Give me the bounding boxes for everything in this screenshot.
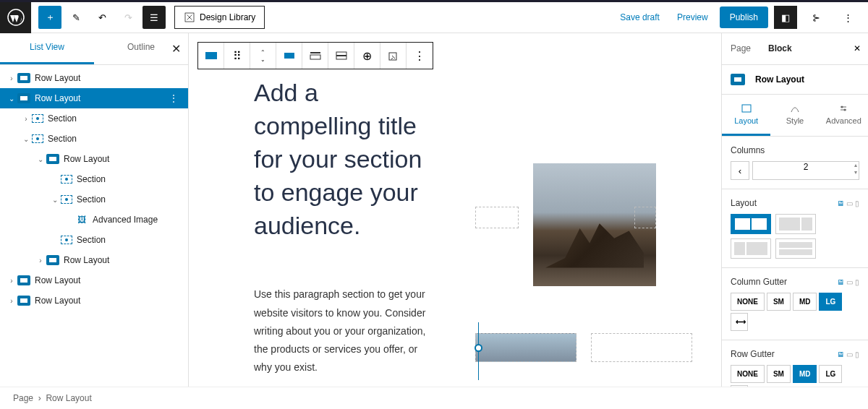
bt-valign-top[interactable] [302,43,328,69]
close-icon[interactable]: ✕ [171,42,181,56]
layout-label: Layout [731,198,757,208]
more-options-icon[interactable]: ⋮ [836,6,859,29]
gutter-sm[interactable]: SM [767,293,791,311]
columns-input[interactable]: 2 [752,161,859,180]
block-tree: ›Row Layout⌄Row Layout⋮›Section⌄Section⌄… [0,65,188,314]
gutter-custom[interactable]: ⟷ [731,313,748,331]
svg-point-11 [844,109,846,111]
bt-align-full[interactable] [276,43,302,69]
tree-item-sec[interactable]: Section [0,230,188,250]
tab-page[interactable]: Page [722,33,760,64]
gutter-md[interactable]: MD [793,293,817,311]
bt-move-icon[interactable]: ⌃⌄ [250,43,276,69]
tablet-icon[interactable]: ▭ [846,278,853,286]
subtab-style[interactable]: Style [770,95,819,136]
row-icon [17,73,30,83]
topbar: ＋ ✎ ↶ ↷ ☰ Design Library Save draft Prev… [0,2,868,33]
bt-copy-icon[interactable] [380,43,407,69]
row-icon [17,93,30,103]
tree-item-sec[interactable]: ⌄Section [0,129,188,149]
tab-block[interactable]: Block [760,33,801,64]
row-icon [46,255,59,265]
bt-valign-mid[interactable] [328,43,354,69]
mobile-icon[interactable]: ▯ [855,278,859,286]
tree-item-sec[interactable]: Section [0,169,188,189]
layout-opt-stacked[interactable] [775,238,816,259]
row-layout-icon [731,74,745,85]
desktop-icon[interactable]: 🖥 [837,278,844,286]
library-icon [184,12,195,23]
publish-button[interactable]: Publish [720,7,768,28]
svg-point-10 [841,106,843,108]
column-gutter-label: Column Gutter [731,277,787,287]
item-options-icon[interactable]: ⋮ [165,93,182,103]
mobile-icon[interactable]: ▯ [855,350,859,358]
gutter-lg[interactable]: LG [819,365,842,383]
bt-add-col[interactable]: ⊕ [354,43,380,69]
column-resizer-handle[interactable] [475,344,482,352]
sidebar-toggle[interactable]: ◧ [774,6,797,29]
list-view-toggle[interactable]: ☰ [142,6,166,29]
tree-item-sec[interactable]: ⌄Section [0,189,188,210]
editor-canvas[interactable]: ⠿ ⌃⌄ ⊕ ⋮ Add a compelling title for your… [189,33,721,402]
close-icon[interactable]: ✕ [854,43,861,53]
gutter-sm[interactable]: SM [767,365,791,383]
gutter-lg[interactable]: LG [819,293,842,311]
tree-item-sec[interactable]: ›Section [0,108,188,129]
save-draft-link[interactable]: Save draft [614,8,665,27]
columns-label: Columns [731,145,859,155]
layout-opt-equal[interactable] [731,214,771,234]
tree-item-row[interactable]: ›Row Layout [0,270,188,290]
tablet-icon[interactable]: ▭ [846,199,853,207]
preview-link[interactable]: Preview [671,8,714,27]
bt-more-icon[interactable]: ⋮ [407,43,433,69]
tree-item-row[interactable]: ⌄Row Layout⋮ [0,88,188,108]
bt-row-icon[interactable] [198,43,224,69]
image-placeholder[interactable] [634,207,656,228]
kadence-icon[interactable]: ⊱ [804,6,827,29]
block-settings-panel: Page Block ✕ Row Layout Layout Style Adv… [721,33,868,402]
sec-icon [32,134,43,143]
list-view-panel: List View Outline ✕ ›Row Layout⌄Row Layo… [0,33,189,402]
layout-opt-left-wide[interactable] [775,214,816,234]
add-block-button[interactable]: ＋ [38,6,61,29]
block-name-header: Row Layout [722,65,868,95]
redo-button[interactable]: ↷ [116,6,140,29]
tab-list-view[interactable]: List View [0,33,94,64]
desktop-icon[interactable]: 🖥 [837,199,844,207]
sec-icon [32,114,43,123]
tree-item-row[interactable]: ›Row Layout [0,68,188,88]
sec-icon [61,236,72,244]
subtab-layout[interactable]: Layout [722,95,770,136]
mobile-icon[interactable]: ▯ [855,199,859,207]
undo-button[interactable]: ↶ [90,6,114,29]
tree-item-row[interactable]: ›Row Layout [0,250,188,270]
row-icon [17,296,30,306]
tablet-icon[interactable]: ▭ [846,350,853,358]
wordpress-logo[interactable] [0,2,31,33]
gutter-none[interactable]: NONE [731,365,765,383]
section-title[interactable]: Add a compelling title for your section … [254,77,432,242]
columns-prev[interactable]: ‹ [731,161,749,180]
layout-opt-right-wide[interactable] [731,238,771,259]
design-library-label: Design Library [200,12,255,22]
svg-rect-5 [310,55,320,59]
tree-item-img[interactable]: 🖼Advanced Image [0,210,188,230]
desktop-icon[interactable]: 🖥 [837,350,844,358]
section-paragraph[interactable]: Use this paragraph section to get your w… [254,285,432,376]
edit-icon[interactable]: ✎ [64,6,88,29]
image-placeholder[interactable] [475,207,519,228]
breadcrumb[interactable]: Page › Row Layout [0,387,868,409]
gutter-none[interactable]: NONE [731,293,765,311]
tree-item-row[interactable]: ›Row Layout [0,290,188,311]
image-placeholder[interactable] [475,333,576,362]
subtab-advanced[interactable]: Advanced [820,95,868,136]
tree-item-row[interactable]: ⌄Row Layout [0,149,188,169]
svg-rect-6 [336,55,346,56]
design-library-button[interactable]: Design Library [174,6,265,29]
svg-rect-3 [284,53,294,59]
bt-drag-icon[interactable]: ⠿ [224,43,250,69]
gutter-md[interactable]: MD [793,365,817,383]
row-icon [17,275,30,285]
image-placeholder[interactable] [591,333,692,362]
